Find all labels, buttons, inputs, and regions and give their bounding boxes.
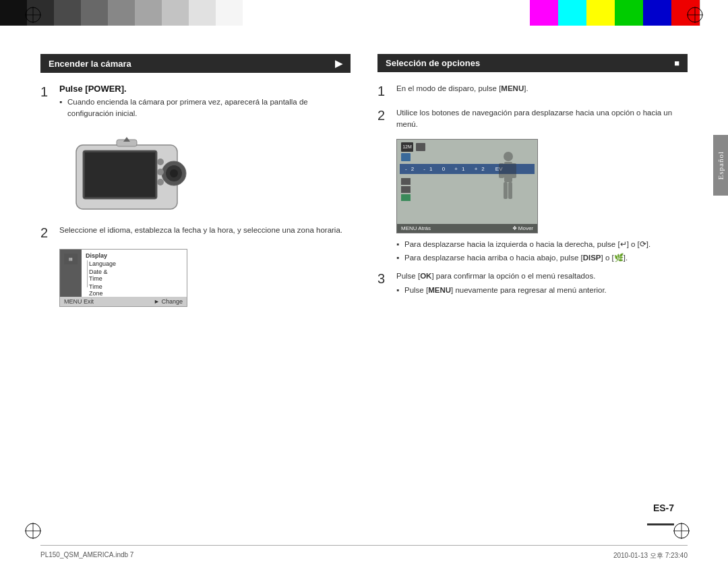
step-number-1-right: 1 <box>377 83 390 99</box>
ev-scale-text: -2 -1 0 +1 +2 <box>405 166 489 172</box>
bullet-left-right: ▪ Para desplazarse hacia la izquierda o … <box>396 239 688 250</box>
step-number-3: 3 <box>377 270 390 287</box>
svg-rect-14 <box>85 152 155 197</box>
bullet-icon: ▪ <box>59 96 65 120</box>
menu-item-timezone: Time Zone <box>89 283 116 297</box>
page-number: ES-7 <box>653 503 674 513</box>
svg-point-20 <box>157 169 164 175</box>
cam-footer-right: ❖ Mover <box>512 225 533 231</box>
step-1-title-post: ]. <box>121 84 127 94</box>
right-column: Selección de opciones ■ 1 En el modo de … <box>377 54 688 527</box>
bullet-dot-3: ▪ <box>396 285 402 296</box>
camera-ev-screen: 12M -2 -1 0 +1 +2 EV <box>396 139 538 233</box>
menu-footer-left: MENU Exit <box>64 298 94 305</box>
color-swatch-cyan <box>558 0 586 26</box>
camera-svg <box>63 132 191 216</box>
menu-footer-right: ► Change <box>154 298 183 305</box>
bullet-dot-1: ▪ <box>396 239 402 250</box>
menu-left-icons: ▤ <box>60 250 82 297</box>
step-number-2-left: 2 <box>40 225 53 241</box>
color-swatch-yellow <box>586 0 615 26</box>
square-icon: ■ <box>674 58 679 68</box>
step-2-right-content: Utilice los botones de navegación para d… <box>396 107 688 131</box>
step-1-title-pre: Pulse [ <box>59 84 88 94</box>
reg-mark-top-right <box>686 5 704 24</box>
bullet-text-2: Para desplazarse hacia arriba o hacia ab… <box>404 252 628 264</box>
ok-key: OK <box>420 272 431 280</box>
step-3-bullet: ▪ Pulse [MENU] nuevamente para regresar … <box>396 285 688 296</box>
menu-key: MENU <box>501 84 524 92</box>
step-3-right: 3 Pulse [OK] para confirmar la opción o … <box>377 270 688 299</box>
reg-mark-bottom-left <box>24 521 42 540</box>
right-header-title: Selección de opciones <box>386 58 480 68</box>
color-swatch-9 <box>216 0 243 26</box>
step-1-bullet-text: Cuando encienda la cámara por primera ve… <box>67 96 351 120</box>
color-swatch-blue <box>643 0 671 26</box>
menu-display-label: Display <box>86 252 107 259</box>
cam-icon-3 <box>401 194 411 201</box>
menu-screen: ▤ Display Language Date & Time Time Zone <box>59 249 187 307</box>
color-swatch-6 <box>135 0 162 26</box>
step-2-right-text: Utilice los botones de navegación para d… <box>396 107 688 131</box>
color-swatch-1 <box>0 0 27 26</box>
left-header-title: Encender la cámara <box>49 59 131 69</box>
menu-display-row: ▤ Display Language Date & Time Time Zone <box>60 250 187 297</box>
svg-point-23 <box>504 152 513 161</box>
menu-item-language: Language <box>89 260 116 267</box>
svg-point-21 <box>157 179 164 185</box>
footer-right: 2010-01-13 오후 7:23:40 <box>613 551 688 561</box>
res-icon: 12M <box>401 142 413 152</box>
step-1-bullet: ▪ Cuando encienda la cámara por primera … <box>59 96 351 120</box>
step-2-right: 2 Utilice los botones de navegación para… <box>377 107 688 131</box>
step-1-right-content: En el modo de disparo, pulse [MENU]. <box>396 83 688 94</box>
step-2-left: 2 Seleccione el idioma, establezca la fe… <box>40 225 351 241</box>
ev-icon <box>401 153 411 161</box>
svg-rect-26 <box>511 163 516 178</box>
color-swatch-3 <box>54 0 81 26</box>
menu-footer: MENU Exit ► Change <box>60 297 187 306</box>
main-content: Encender la cámara ▶ 1 Pulse [POWER]. ▪ … <box>40 54 688 527</box>
cam-footer-left: MENU Atrás <box>401 225 431 231</box>
right-arrow-icon: ▶ <box>335 58 342 69</box>
step-1-right-text: En el modo de disparo, pulse [MENU]. <box>396 83 688 94</box>
step-1-right-post: ]. <box>524 84 528 92</box>
top-color-bar <box>0 0 728 26</box>
step-1-right: 1 En el modo de disparo, pulse [MENU]. <box>377 83 688 99</box>
color-swatch-8 <box>189 0 216 26</box>
step-1-left: 1 Pulse [POWER]. ▪ Cuando encienda la cá… <box>40 84 351 122</box>
svg-point-19 <box>157 159 164 165</box>
step-3-bullet-text: Pulse [MENU] nuevamente para regresar al… <box>404 285 607 296</box>
step-1-right-pre: En el modo de disparo, pulse [ <box>396 84 501 92</box>
color-swatch-5 <box>108 0 135 26</box>
right-section-header: Selección de opciones ■ <box>377 54 688 72</box>
step-number-2-right: 2 <box>377 107 390 123</box>
color-swatch-4 <box>81 0 108 26</box>
color-swatch-magenta <box>530 0 558 26</box>
svg-rect-27 <box>504 182 508 199</box>
display-icon: ▤ <box>64 254 78 264</box>
step-1-title: Pulse [POWER]. <box>59 84 351 94</box>
step-3-text: Pulse [OK] para confirmar la opción o el… <box>396 270 688 282</box>
figure-silhouette <box>493 150 524 212</box>
power-key: POWER <box>88 84 121 94</box>
cam-icon-2 <box>401 186 411 193</box>
menu-item-datetime: Date & Time <box>89 268 116 282</box>
color-swatch-7 <box>162 0 189 26</box>
svg-rect-28 <box>508 182 512 199</box>
footer-left: PL150_QSM_AMERICA.indb 7 <box>40 551 133 561</box>
language-side-tab: Español <box>713 135 728 196</box>
svg-rect-25 <box>499 163 504 178</box>
bullets-after-screen: ▪ Para desplazarse hacia la izquierda o … <box>396 239 688 264</box>
step-3-post: ] para confirmar la opción o el menú res… <box>431 272 595 280</box>
page-footer: PL150_QSM_AMERICA.indb 7 2010-01-13 오후 7… <box>40 545 688 561</box>
step-number-1: 1 <box>40 84 53 100</box>
step-3-content: Pulse [OK] para confirmar la opción o el… <box>396 270 688 299</box>
step-2-left-content: Seleccione el idioma, establezca la fech… <box>59 225 351 236</box>
left-section-header: Encender la cámara ▶ <box>40 54 351 73</box>
bullet-text-1: Para desplazarse hacia la izquierda o ha… <box>404 239 650 250</box>
color-swatch-green <box>615 0 643 26</box>
cam-screen-footer: MENU Atrás ❖ Mover <box>397 224 537 233</box>
reg-mark-top-left <box>24 5 42 24</box>
left-column: Encender la cámara ▶ 1 Pulse [POWER]. ▪ … <box>40 54 351 527</box>
bullet-up-down: ▪ Para desplazarse hacia arriba o hacia … <box>396 252 688 264</box>
